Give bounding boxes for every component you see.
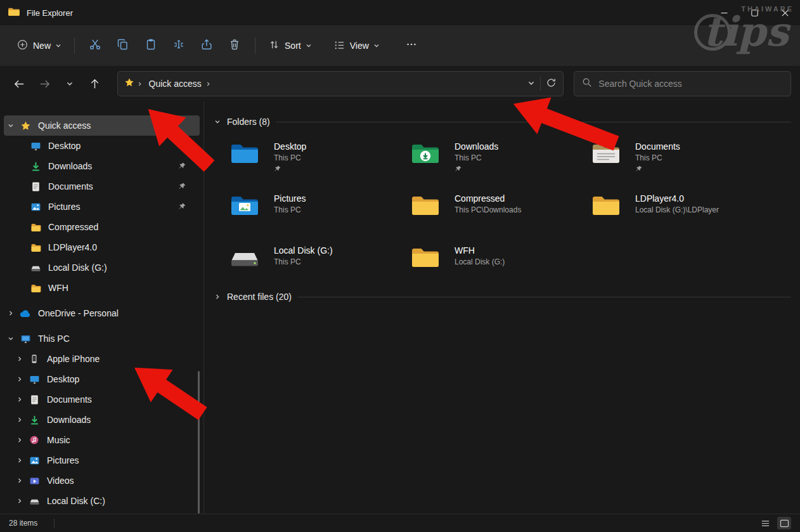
chevron-down-icon[interactable] <box>4 335 18 342</box>
folder-tile-wfh[interactable]: WFH Local Disk (G:) <box>410 245 591 284</box>
folders-section-header[interactable]: Folders (8) <box>214 115 794 128</box>
share-icon <box>200 38 213 53</box>
chevron-right-icon[interactable] <box>4 310 18 316</box>
star-icon <box>124 77 134 90</box>
breadcrumb[interactable]: Quick access <box>149 79 202 89</box>
new-button[interactable]: New <box>10 34 68 58</box>
refresh-button[interactable] <box>546 77 557 91</box>
sidebar-item-pc-documents[interactable]: Documents <box>4 389 200 410</box>
folder-tile-desktop[interactable]: Desktop This PC <box>229 141 410 180</box>
sidebar-item-this-pc[interactable]: This PC <box>4 328 200 349</box>
chevron-right-icon[interactable] <box>13 356 27 362</box>
chevron-down-icon[interactable] <box>214 117 221 127</box>
section-divider <box>276 122 791 122</box>
sidebar-item-local-disk-c[interactable]: Local Disk (C:) <box>4 491 200 511</box>
recent-files-section-header[interactable]: Recent files (20) <box>214 290 794 303</box>
sidebar-item-label: OneDrive - Personal <box>38 308 119 318</box>
view-icon <box>333 39 345 53</box>
pictures-icon <box>28 202 43 212</box>
downloads-icon <box>27 415 42 425</box>
sidebar-item-label: Documents <box>47 394 92 405</box>
sidebar-item-wfh[interactable]: WFH <box>4 278 200 298</box>
window-controls <box>709 0 800 25</box>
details-view-button[interactable] <box>758 517 772 529</box>
chevron-right-icon[interactable] <box>13 437 27 443</box>
chevron-right-icon[interactable] <box>214 292 221 302</box>
back-button[interactable] <box>9 74 30 94</box>
sidebar-item-desktop[interactable]: Desktop <box>4 136 200 156</box>
sidebar-item-label: Desktop <box>47 374 79 384</box>
sidebar-item-quick-access[interactable]: Quick access <box>4 115 200 136</box>
search-box[interactable] <box>574 71 791 96</box>
large-icons-view-button[interactable] <box>777 517 791 529</box>
sidebar-item-onedrive[interactable]: OneDrive - Personal <box>4 303 200 323</box>
chevron-right-icon[interactable] <box>13 457 27 464</box>
sidebar-item-local-disk-g[interactable]: Local Disk (G:) <box>4 257 200 278</box>
copy-icon <box>117 38 129 53</box>
up-button[interactable] <box>84 74 106 94</box>
downloads-folder-icon <box>410 141 441 169</box>
minimize-button[interactable] <box>709 0 739 25</box>
pin-icon <box>178 183 186 190</box>
pin-icon <box>635 165 642 172</box>
sidebar-item-ldplayer[interactable]: LDPlayer4.0 <box>4 237 200 257</box>
sidebar-item-videos[interactable]: Videos <box>4 470 200 491</box>
chevron-right-icon[interactable] <box>13 477 27 484</box>
maximize-button[interactable] <box>739 0 770 25</box>
pictures-folder-icon <box>229 193 260 221</box>
music-icon <box>27 435 42 445</box>
address-divider <box>540 77 541 91</box>
folder-tile-compressed[interactable]: Compressed This PC\Downloads <box>410 193 591 232</box>
search-input[interactable] <box>598 79 783 89</box>
folder-tile-pictures[interactable]: Pictures This PC <box>229 193 410 232</box>
folder-tile-downloads[interactable]: Downloads This PC <box>410 141 591 180</box>
documents-folder-icon <box>591 141 621 169</box>
chevron-down-icon[interactable] <box>4 122 18 129</box>
drive-tile-local-disk-g[interactable]: Local Disk (G:) This PC <box>229 245 410 284</box>
folder-icon <box>410 193 441 221</box>
title-bar: File Explorer <box>0 0 800 25</box>
paste-button[interactable] <box>137 33 165 58</box>
sidebar-item-documents[interactable]: Documents <box>4 176 200 197</box>
chevron-right-icon[interactable] <box>13 498 27 504</box>
sidebar-item-compressed[interactable]: Compressed <box>4 217 200 237</box>
sidebar-item-pc-downloads[interactable]: Downloads <box>4 410 200 430</box>
folder-icon <box>410 245 441 273</box>
chevron-right-icon[interactable] <box>13 376 27 382</box>
desktop-icon <box>27 374 42 385</box>
chevron-right-icon[interactable] <box>13 396 27 403</box>
forward-button[interactable] <box>34 74 56 94</box>
cut-icon <box>89 38 101 53</box>
sidebar-item-pc-pictures[interactable]: Pictures <box>4 450 200 470</box>
sort-button[interactable]: Sort <box>262 34 318 58</box>
sidebar-item-music[interactable]: Music <box>4 430 200 450</box>
copy-button[interactable] <box>109 33 137 58</box>
address-dropdown-icon[interactable] <box>527 78 535 89</box>
sidebar-item-pc-desktop[interactable]: Desktop <box>4 369 200 389</box>
address-bar[interactable]: Quick access <box>117 71 564 96</box>
folder-tile-ldplayer[interactable]: LDPlayer4.0 Local Disk (G:)\LDPlayer <box>591 193 771 232</box>
close-button[interactable] <box>770 0 800 25</box>
folder-tile-documents[interactable]: Documents This PC <box>591 141 771 180</box>
share-button[interactable] <box>193 33 221 58</box>
delete-button[interactable] <box>221 33 248 58</box>
recent-locations-button[interactable] <box>59 74 81 94</box>
sidebar-item-label: Desktop <box>48 141 81 151</box>
see-more-button[interactable] <box>397 33 425 58</box>
chevron-right-icon[interactable] <box>13 417 27 423</box>
new-button-label: New <box>33 41 51 51</box>
sidebar-item-downloads[interactable]: Downloads <box>4 156 200 176</box>
pin-icon <box>178 162 186 170</box>
cut-button[interactable] <box>81 33 109 58</box>
navigation-pane: Quick access Desktop Downloads <box>0 101 204 514</box>
status-bar: 28 items <box>0 514 800 532</box>
sidebar-item-label: Downloads <box>48 161 92 171</box>
pin-icon <box>178 203 186 211</box>
sidebar-scrollbar[interactable] <box>198 371 200 514</box>
view-button[interactable]: View <box>327 34 386 58</box>
sidebar-item-apple-iphone[interactable]: Apple iPhone <box>4 349 200 369</box>
chevron-down-icon <box>55 41 61 51</box>
desktop-folder-icon <box>229 141 260 169</box>
sidebar-item-pictures[interactable]: Pictures <box>4 197 200 217</box>
rename-button[interactable] <box>165 33 193 58</box>
